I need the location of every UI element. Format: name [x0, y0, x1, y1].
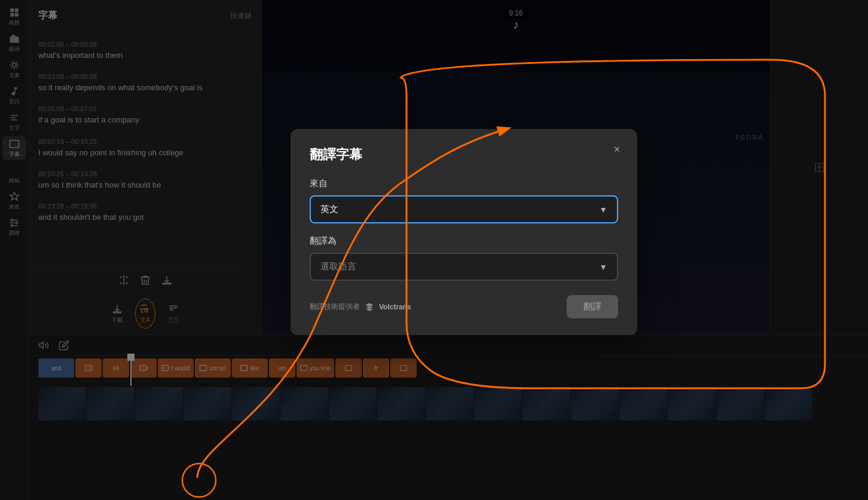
from-chevron-icon: ▼: [599, 205, 607, 214]
modal-close-button[interactable]: ×: [609, 141, 625, 158]
to-language-select[interactable]: 選取語言 ▼: [310, 253, 618, 281]
from-language-select[interactable]: 英文 ▼: [310, 195, 618, 223]
from-language-value: 英文: [320, 204, 338, 215]
provider-text: 翻譯技術提供者: [310, 302, 360, 312]
provider-icon: [365, 302, 374, 312]
provider-name: Volctrans: [379, 303, 411, 311]
from-label: 來自: [310, 178, 618, 189]
to-label: 翻譯為: [310, 235, 618, 247]
translate-confirm-button[interactable]: 翻譯: [567, 295, 618, 318]
modal-title: 翻譯字幕: [310, 146, 618, 164]
to-language-placeholder: 選取語言: [320, 261, 356, 272]
translate-modal: 翻譯字幕 × 來自 英文 ▼ 翻譯為 選取語言 ▼ 翻譯技術提供者 Volctr…: [291, 129, 637, 335]
to-chevron-icon: ▼: [599, 262, 607, 272]
modal-overlay: 翻譯字幕 × 來自 英文 ▼ 翻譯為 選取語言 ▼ 翻譯技術提供者 Volctr…: [0, 0, 868, 500]
provider-info: 翻譯技術提供者 Volctrans: [310, 302, 411, 312]
modal-footer: 翻譯技術提供者 Volctrans 翻譯: [310, 295, 618, 318]
